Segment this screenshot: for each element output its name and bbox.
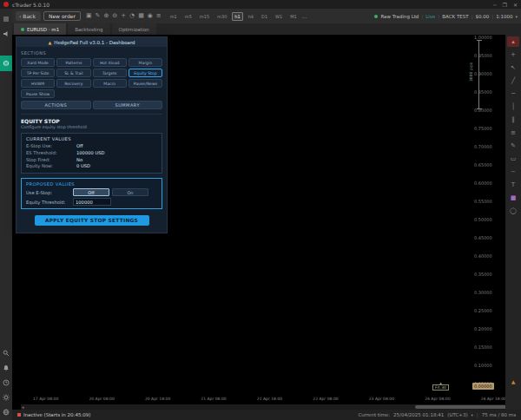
- broker-name: Raw Trading Ltd: [380, 14, 419, 19]
- value-text: 100000 USD: [76, 150, 105, 157]
- polyline-icon[interactable]: ~: [507, 167, 519, 177]
- timeframe-button[interactable]: W1: [273, 12, 285, 21]
- estop-on-button[interactable]: On: [112, 188, 148, 196]
- panel-header[interactable]: ▲ HedgePad Full v3.0.1 - Dashboard: [16, 37, 167, 47]
- new-order-button[interactable]: New order: [43, 11, 81, 21]
- section-button[interactable]: Recovery: [56, 79, 90, 88]
- crosshair-tool-icon[interactable]: +: [507, 49, 519, 60]
- timeframe-button[interactable]: m1: [168, 12, 180, 21]
- price-axis-label: 0.40000: [474, 254, 502, 259]
- section-button[interactable]: Targets: [93, 69, 127, 77]
- zoom-out-icon[interactable]: ⊖: [112, 13, 117, 19]
- equity-stop-title: EQUITY STOP: [21, 118, 162, 124]
- ctrader-window: cTrader 5.0.10 ─ ❐ ✕: [0, 0, 521, 420]
- time-axis-label: 21 Apr 08:00: [201, 397, 226, 401]
- account-name: BACK TEST: [442, 14, 468, 19]
- section-button[interactable]: Macro: [93, 79, 127, 88]
- value-label: Equity Now:: [26, 163, 76, 170]
- search-icon[interactable]: [0, 346, 12, 359]
- text-tool-icon[interactable]: T: [507, 180, 519, 190]
- pencil-tool-icon[interactable]: ✎: [507, 141, 519, 151]
- globe-icon[interactable]: [0, 405, 12, 418]
- summary-button[interactable]: SUMMARY: [93, 101, 163, 109]
- left-icon-rail: [0, 9, 12, 420]
- current-value-row: Stop Fired: No: [26, 157, 157, 164]
- tab-label: Optimization: [119, 27, 149, 32]
- menu-icon[interactable]: [0, 12, 12, 25]
- pencil-icon[interactable]: ✎: [96, 13, 101, 19]
- vertical-line-icon[interactable]: │: [507, 102, 519, 112]
- chart-frame-icon[interactable]: ▣: [86, 13, 92, 19]
- section-button[interactable]: Margin: [129, 58, 162, 67]
- actions-button[interactable]: ACTIONS: [21, 101, 91, 109]
- time-axis[interactable]: 17 Apr 08:0020 Apr 08:0020 Apr 18:0021 A…: [33, 397, 506, 401]
- connection-status-icon: [374, 15, 378, 18]
- section-button[interactable]: SL & Trail: [56, 69, 90, 77]
- section-button[interactable]: Pause Show: [21, 89, 55, 98]
- rectangle-icon[interactable]: ▭: [507, 154, 519, 164]
- timeframe-button[interactable]: m30: [214, 12, 229, 21]
- horizontal-line-icon[interactable]: ─: [507, 89, 519, 99]
- chart-tab[interactable]: Backtesting: [68, 23, 109, 35]
- value-label: Stop Fired:: [26, 157, 76, 164]
- bell-icon[interactable]: [0, 361, 12, 374]
- estop-off-button[interactable]: Off: [73, 188, 109, 196]
- timeframe-button[interactable]: h1: [232, 12, 242, 21]
- chart-tab[interactable]: EURUSD · m1: [14, 23, 66, 35]
- price-axis-label: 0.10000: [474, 364, 502, 368]
- scrollbar-thumb[interactable]: [415, 405, 511, 409]
- value-text: 0 USD: [76, 163, 90, 170]
- timeframe-button[interactable]: m15: [197, 12, 212, 21]
- announcement-icon[interactable]: [0, 27, 12, 40]
- section-button[interactable]: Patterns: [56, 58, 90, 67]
- alert-icon[interactable]: ▲: [507, 377, 519, 387]
- cursor-icon[interactable]: ↖: [507, 62, 519, 73]
- current-price-tag: 0.00000: [472, 383, 494, 390]
- pip-ruler-label: 3000 pips: [469, 62, 473, 82]
- section-button[interactable]: Xard Mode: [21, 58, 55, 67]
- section-button[interactable]: Hot Xload: [93, 58, 127, 67]
- trendline-icon[interactable]: ╱: [507, 75, 519, 86]
- fibonacci-icon[interactable]: ≡: [507, 128, 519, 138]
- gear-icon[interactable]: [0, 390, 12, 404]
- section-button[interactable]: TP Per Side: [21, 69, 55, 77]
- close-button[interactable]: ✕: [513, 2, 518, 8]
- timeframe-button[interactable]: M1: [287, 12, 300, 21]
- collapse-icon[interactable]: ▴: [507, 36, 519, 47]
- chart-tab-bar: EURUSD · m1 Backtesting Optimization: [12, 23, 521, 35]
- zoom-in-icon[interactable]: ⊕: [103, 13, 109, 19]
- price-axis-label: 0.20000: [474, 327, 502, 331]
- ellipse-icon[interactable]: ◯: [507, 206, 519, 216]
- section-button[interactable]: Equity Stop: [129, 69, 162, 77]
- minimize-button[interactable]: ─: [493, 2, 497, 8]
- time-axis-label: 21 Apr 18:00: [257, 397, 282, 401]
- grid-icon[interactable]: ▦: [138, 13, 144, 19]
- timeframe-more-button[interactable]: ...: [302, 13, 307, 19]
- value-text: No: [76, 157, 82, 164]
- timezone-label[interactable]: (UTC+3): [447, 412, 467, 417]
- section-button[interactable]: Pause/News: [129, 79, 162, 88]
- equity-threshold-input[interactable]: [73, 198, 111, 206]
- timeframe-button[interactable]: D1: [259, 12, 270, 21]
- maximize-button[interactable]: ❐: [503, 2, 507, 8]
- chevron-down-icon[interactable]: ▾: [472, 413, 473, 417]
- indicator-icon[interactable]: ◉: [148, 13, 153, 19]
- crosshair-icon[interactable]: +: [121, 13, 126, 19]
- bot-icon-active[interactable]: [0, 56, 12, 71]
- time-axis-label: 20 Apr 18:00: [145, 397, 170, 401]
- app-title: cTrader 5.0.10: [12, 2, 49, 8]
- timeframe-button[interactable]: h4: [246, 12, 256, 21]
- chart-tab[interactable]: Optimization: [112, 23, 156, 35]
- timeframe-button[interactable]: m5: [182, 12, 195, 21]
- compass-icon[interactable]: ◔: [129, 13, 135, 19]
- section-button[interactable]: HVWM: [21, 79, 55, 88]
- back-button[interactable]: ‹ Back: [16, 11, 41, 21]
- color-swatch[interactable]: ■: [507, 193, 519, 203]
- channel-icon[interactable]: ∥: [507, 115, 519, 125]
- timeframe-group: m1m5m15m30h1h4D1W1M1: [168, 12, 300, 21]
- apply-equity-stop-button[interactable]: APPLY EQUITY STOP SETTINGS: [35, 215, 149, 226]
- clock-icon[interactable]: [0, 376, 12, 389]
- chart-marker[interactable]: ▲ FX:30: [432, 382, 449, 390]
- account-selector[interactable]: Raw Trading Ltd | Live | BACK TEST | $0.…: [374, 14, 518, 19]
- layout-icon[interactable]: ≡: [156, 13, 162, 19]
